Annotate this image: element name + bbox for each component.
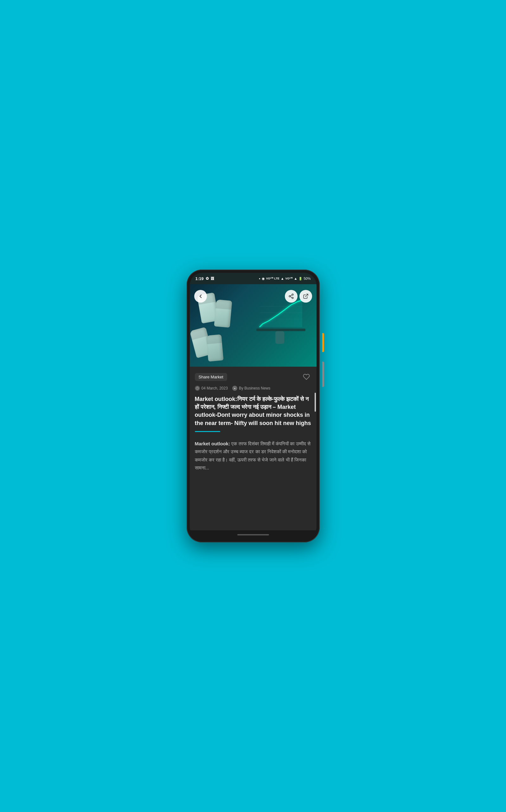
author-icon: ● [232,386,237,391]
like-button[interactable] [301,372,312,382]
article-date: 04 March, 2023 [201,386,228,391]
meta-row: 04 March, 2023 ● By Business News [195,386,312,391]
volume-button [322,361,324,387]
signal-icon: ▲ [281,277,284,280]
category-row: Share Market [195,372,312,382]
lte2-badge: VOᴸᵀᴱ [285,277,293,280]
bottom-bar [190,530,317,539]
status-nfc-icon: ✿ [205,276,209,281]
status-time: 1:19 [195,276,204,281]
status-bar: 1:19 ✿ 🖼 ● ◉ VOᴸᵀᴱ LTE ▲ VOᴸᵀᴱ ▲ 🔋 50% [190,273,317,284]
svg-marker-2 [259,300,302,327]
body-bold-start: Market outlook: [195,441,230,446]
lte-badge: VOᴸᵀᴱ LTE [266,277,279,280]
external-link-button[interactable] [300,290,312,302]
svg-line-10 [290,295,292,296]
battery-text: 50% [304,277,311,280]
thumb-2 [214,299,232,328]
date-meta: 04 March, 2023 [195,386,228,391]
article-body: Market outlook: एक तरफ दिसंबर तिमाही में… [195,439,312,472]
share-button[interactable] [285,290,298,302]
svg-rect-0 [256,329,306,331]
status-right: ● ◉ VOᴸᵀᴱ LTE ▲ VOᴸᵀᴱ ▲ 🔋 50% [259,277,311,281]
back-button[interactable] [194,290,207,302]
power-button [322,333,324,352]
status-photo-icon: 🖼 [211,277,214,280]
svg-rect-1 [275,331,284,344]
wifi-icon: ◉ [262,277,265,281]
status-left: 1:19 ✿ 🖼 [195,276,214,281]
battery-icon: 🔋 [299,277,302,280]
content-area: Share Market 04 March, 2023 [190,367,317,530]
hero-image [190,284,317,367]
article-author: By Business News [239,386,270,391]
category-tag: Share Market [195,373,227,381]
scroll-indicator [315,393,316,412]
signal2-icon: ▲ [294,277,298,280]
article-title: Market outlook:नियर टर्म के हल्के-फुल्के… [195,395,312,427]
svg-line-9 [290,296,292,297]
title-underline [195,431,220,432]
svg-line-11 [305,294,308,296]
status-dot: ● [259,277,260,280]
phone-device: 1:19 ✿ 🖼 ● ◉ VOᴸᵀᴱ LTE ▲ VOᴸᵀᴱ ▲ 🔋 50% [187,270,320,542]
phone-screen: 1:19 ✿ 🖼 ● ◉ VOᴸᵀᴱ LTE ▲ VOᴸᵀᴱ ▲ 🔋 50% [190,273,317,539]
home-indicator [237,534,269,535]
thumb-4 [206,334,223,361]
clock-icon [195,386,200,391]
chart-container [253,297,310,348]
author-meta: ● By Business News [232,386,270,391]
